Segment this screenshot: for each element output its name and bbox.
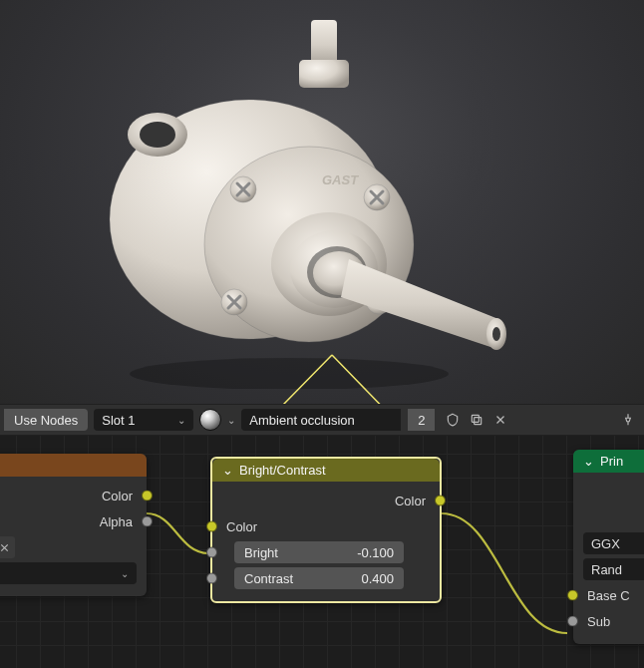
node-ambient-occlusion[interactable]: ⌄ clusion Color Alpha (0, 454, 147, 596)
slider-label: Contrast (244, 571, 293, 586)
node-editor-graph[interactable]: ⌄ clusion Color Alpha (0, 436, 644, 668)
socket-label: Sub (587, 614, 610, 629)
svg-rect-21 (473, 415, 480, 422)
socket-label: Color (102, 489, 133, 503)
socket-label: Color (395, 494, 426, 508)
node-editor-header: Use Nodes Slot 1 ⌄ ⌄ (0, 404, 644, 436)
slot-label: Slot 1 (102, 413, 135, 428)
chevron-down-icon: ⌄ (177, 415, 185, 426)
material-action-icons (441, 409, 512, 431)
node-title: Bright/Contrast (239, 463, 326, 478)
svg-point-5 (140, 122, 175, 148)
unlink-icon[interactable] (488, 409, 512, 431)
input-socket-row: Sub (573, 608, 644, 634)
chevron-down-icon[interactable]: ⌄ (227, 415, 235, 426)
close-icon[interactable] (0, 536, 15, 558)
base-color-input-socket[interactable] (567, 590, 578, 601)
svg-rect-1 (299, 60, 349, 88)
interpolation-dropdown[interactable]: ⌄ (0, 562, 137, 584)
bright-slider[interactable]: Bright -0.100 (234, 541, 404, 563)
node-bright-contrast[interactable]: ⌄ Bright/Contrast Color Color Bright -0.… (210, 457, 442, 603)
slider-value: 0.400 (361, 571, 394, 586)
material-name-input[interactable] (241, 409, 401, 431)
subsurface-input-socket[interactable] (567, 616, 578, 627)
input-socket-row: Bright -0.100 (212, 539, 440, 565)
chevron-down-icon: ⌄ (222, 463, 233, 478)
shield-icon[interactable] (441, 409, 465, 431)
socket-label: Color (226, 519, 257, 534)
svg-point-19 (130, 358, 449, 389)
chevron-down-icon: ⌄ (583, 454, 594, 469)
use-nodes-label: Use Nodes (14, 413, 78, 428)
slider-label: Bright (244, 545, 278, 560)
input-socket-row: Color (212, 513, 440, 539)
socket-label: Alpha (100, 514, 133, 529)
material-preview-icon[interactable] (199, 409, 221, 431)
dropdown-value: Rand (591, 562, 622, 577)
distribution-dropdown[interactable]: GGX (583, 532, 644, 554)
image-source-icons (0, 536, 21, 558)
output-socket-row: Color (212, 488, 440, 513)
color-output-socket[interactable] (142, 491, 153, 501)
output-socket-row (573, 479, 644, 530)
alpha-output-socket[interactable] (142, 516, 153, 527)
node-principled-bsdf[interactable]: ⌄ Prin GGX Rand Base C Sub (573, 450, 644, 644)
contrast-slider[interactable]: Contrast 0.400 (234, 567, 404, 589)
input-socket-row: Contrast 0.400 (212, 565, 440, 591)
subsurface-method-dropdown[interactable]: Rand (583, 558, 644, 580)
use-nodes-button[interactable]: Use Nodes (4, 409, 88, 431)
color-output-socket[interactable] (435, 496, 446, 506)
copy-icon[interactable] (465, 409, 488, 431)
material-users-field[interactable] (407, 409, 435, 431)
color-input-socket[interactable] (206, 521, 217, 532)
contrast-input-socket[interactable] (206, 573, 217, 584)
output-socket-row: Color (0, 483, 147, 508)
node-header[interactable]: ⌄ clusion (0, 454, 147, 477)
slot-dropdown[interactable]: Slot 1 ⌄ (94, 409, 193, 431)
svg-point-18 (492, 327, 500, 341)
svg-text:GAST: GAST (322, 172, 359, 187)
chevron-down-icon: ⌄ (121, 568, 129, 579)
viewport-3d[interactable]: GAST (0, 0, 644, 404)
input-socket-row: Base C (573, 582, 644, 608)
node-title: Prin (600, 454, 623, 469)
output-socket-row: Alpha (0, 508, 147, 534)
socket-label: Base C (587, 588, 630, 603)
node-header[interactable]: ⌄ Bright/Contrast (212, 459, 440, 482)
dropdown-value: GGX (591, 536, 620, 551)
pin-icon[interactable] (616, 409, 640, 431)
rendered-model: GAST (80, 20, 518, 389)
bright-input-socket[interactable] (206, 547, 217, 558)
svg-rect-20 (475, 418, 482, 425)
slider-value: -0.100 (357, 545, 394, 560)
node-header[interactable]: ⌄ Prin (573, 450, 644, 473)
